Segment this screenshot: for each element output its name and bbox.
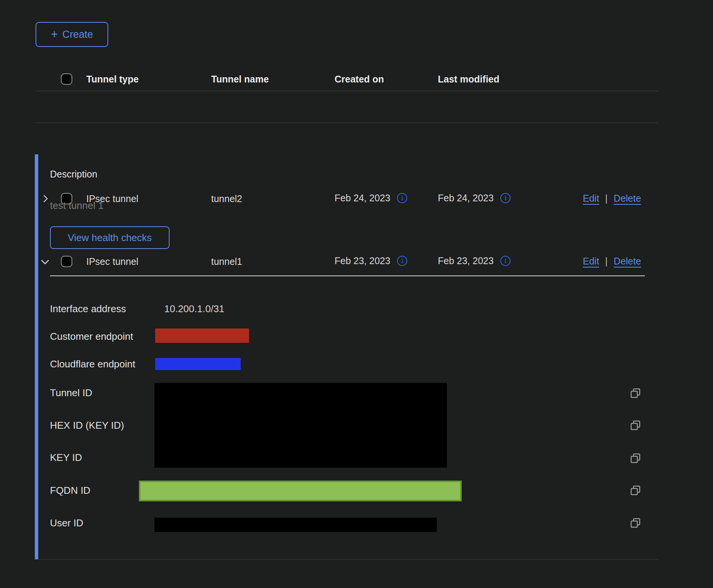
copy-button-user-id[interactable] <box>630 517 641 529</box>
field-label-customer-endpoint: Customer endpoint <box>50 331 133 342</box>
column-header-last-modified: Last modified <box>438 74 500 85</box>
copy-icon <box>630 387 641 399</box>
copy-icon <box>630 420 641 431</box>
row-checkbox[interactable] <box>61 256 72 267</box>
last-modified-cell: Feb 23, 2023 <box>438 255 493 266</box>
column-header-tunnel-name: Tunnel name <box>211 74 269 85</box>
info-circle-icon[interactable]: i <box>397 193 407 203</box>
create-button[interactable]: + Create <box>36 22 108 47</box>
info-circle-icon[interactable]: i <box>500 256 511 266</box>
redaction-user-id <box>154 518 437 532</box>
section-divider <box>50 275 645 276</box>
field-value-interface-address: 10.200.1.0/31 <box>164 303 224 315</box>
column-header-tunnel-type: Tunnel type <box>86 74 139 85</box>
table-row: IPsec tunnel tunnel2 Feb 24, 2023 i Feb … <box>0 91 713 123</box>
action-separator: | <box>605 256 608 267</box>
info-circle-icon[interactable]: i <box>500 193 511 203</box>
tunnel-name-cell: tunnel2 <box>211 193 242 204</box>
redaction-customer-endpoint <box>155 328 249 343</box>
delete-link[interactable]: Delete <box>614 193 641 204</box>
field-label-user-id: User ID <box>50 517 83 529</box>
tunnel-type-cell: IPsec tunnel <box>86 256 139 267</box>
field-label-tunnel-id: Tunnel ID <box>50 387 92 399</box>
expand-indicator-bar <box>35 154 38 559</box>
last-modified-cell: Feb 24, 2023 <box>438 193 493 204</box>
create-button-label: Create <box>62 29 93 40</box>
created-on-cell: Feb 24, 2023 <box>335 193 390 204</box>
copy-button-tunnel-id[interactable] <box>630 387 641 399</box>
column-header-created-on: Created on <box>335 74 384 85</box>
collapse-row-button[interactable] <box>39 256 51 268</box>
delete-link[interactable]: Delete <box>614 256 641 267</box>
copy-icon <box>630 453 641 464</box>
row-bottom-divider <box>35 559 659 560</box>
description-value: test tunnel 1 <box>50 200 104 212</box>
table-row: IPsec tunnel tunnel1 Feb 23, 2023 i Feb … <box>0 123 713 154</box>
field-label-fqdn-id: FQDN ID <box>50 485 90 496</box>
field-label-cloudflare-endpoint: Cloudflare endpoint <box>50 358 135 370</box>
select-all-checkbox[interactable] <box>61 73 72 85</box>
chevron-down-icon <box>39 256 51 268</box>
plus-icon: + <box>51 28 58 40</box>
copy-icon <box>630 517 641 529</box>
copy-icon <box>630 485 641 496</box>
redaction-cloudflare-endpoint <box>155 358 241 370</box>
redaction-fqdn-id <box>139 481 462 501</box>
copy-button-key-id[interactable] <box>630 453 641 464</box>
field-label-key-id: KEY ID <box>50 452 82 464</box>
expand-row-button[interactable] <box>40 193 51 204</box>
description-label: Description <box>50 169 97 180</box>
tunnels-page: { "colors": { "background": "#1d1e1e", "… <box>0 0 713 588</box>
edit-link[interactable]: Edit <box>583 256 599 267</box>
copy-button-hex-id[interactable] <box>630 420 641 431</box>
field-label-hex-id: HEX ID (KEY ID) <box>50 420 124 431</box>
copy-button-fqdn-id[interactable] <box>630 485 641 496</box>
redaction-tunnel-hex-key-ids <box>154 383 447 468</box>
tunnel-name-cell: tunnel1 <box>211 256 242 267</box>
created-on-cell: Feb 23, 2023 <box>335 255 390 266</box>
view-health-checks-button[interactable]: View health checks <box>50 226 170 249</box>
info-circle-icon[interactable]: i <box>397 256 407 266</box>
edit-link[interactable]: Edit <box>583 193 599 204</box>
action-separator: | <box>605 193 608 204</box>
chevron-right-icon <box>40 193 51 204</box>
field-label-interface-address: Interface address <box>50 303 126 315</box>
